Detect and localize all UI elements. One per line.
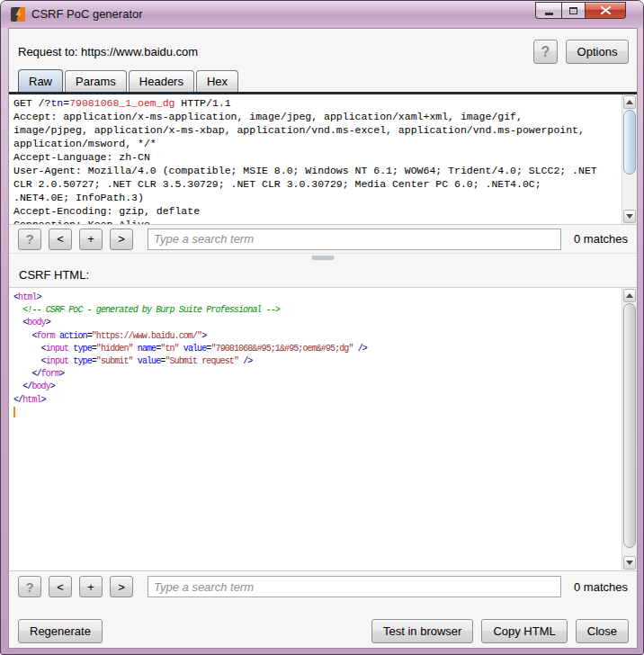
search-prev-button[interactable]: < [49, 229, 72, 250]
text-segment: application/msword, */* [13, 138, 157, 149]
close-window-button[interactable] [586, 2, 626, 19]
text-segment: value [183, 344, 207, 354]
minimize-button[interactable] [535, 2, 561, 19]
search-help-button[interactable]: ? [18, 576, 41, 597]
text-segment [13, 369, 31, 379]
search-prev-button[interactable]: < [49, 576, 72, 597]
csrf-scrollbar[interactable] [622, 288, 637, 570]
code-line: image/pjpeg, application/x-ms-xbap, appl… [13, 123, 617, 137]
text-segment: "submit" [96, 356, 133, 366]
request-text[interactable]: GET /?tn=79081068_1_oem_dg HTTP/1.1Accep… [9, 94, 622, 224]
tab-params[interactable]: Params [65, 70, 127, 92]
text-segment: > [46, 318, 50, 328]
search-help-button[interactable]: ? [18, 229, 41, 250]
text-segment: </ [31, 369, 40, 379]
code-line: <html> [13, 292, 617, 304]
scrollbar-thumb[interactable] [623, 110, 636, 175]
text-segment: > [59, 369, 64, 379]
regenerate-button[interactable]: Regenerate [18, 619, 103, 643]
csrf-html-label: CSRF HTML: [19, 268, 89, 282]
code-line: <input type="hidden" name="tn" value="79… [13, 343, 617, 355]
text-segment: 79081068_1_oem_dg [69, 97, 174, 109]
splitter-grip-icon[interactable] [312, 256, 335, 260]
scroll-down-button[interactable] [623, 556, 636, 570]
search-next-button[interactable]: > [110, 576, 133, 597]
code-line: </form> [13, 368, 617, 381]
request-view-tabs: Raw Params Headers Hex [18, 69, 240, 92]
code-line: CLR 2.0.50727; .NET CLR 3.5.30729; .NET … [13, 177, 617, 191]
text-segment: Connection: Keep-Alive [13, 219, 150, 224]
scroll-down-button[interactable] [623, 210, 636, 223]
code-line: </body> [13, 381, 617, 393]
text-segment: Accept-Encoding: gzip, deflate [13, 205, 200, 217]
code-line: Connection: Keep-Alive [13, 218, 617, 224]
code-line: <!-- CSRF PoC - generated by Burp Suite … [13, 304, 617, 317]
code-line: </html> [13, 394, 617, 407]
search-next-button[interactable]: > [110, 229, 133, 250]
text-segment: "tn" [160, 344, 178, 354]
text-segment: tn [50, 97, 63, 109]
text-segment: name [138, 344, 156, 354]
csrf-html-editor[interactable]: <html> <!-- CSRF PoC - generated by Burp… [9, 287, 637, 571]
burp-app-icon [11, 7, 25, 22]
code-line [13, 407, 617, 419]
arrow-down-icon [626, 561, 633, 565]
window-controls [535, 2, 626, 19]
dialog-body: Request to: https://www.baidu.com ? Opti… [8, 28, 638, 649]
text-segment: input [46, 356, 69, 366]
scroll-up-button[interactable] [623, 95, 636, 109]
scroll-up-button[interactable] [623, 289, 636, 302]
pane-splitter[interactable] [9, 254, 637, 268]
text-segment: "79081068&#95;1&#95;oem&#95;dg" [210, 344, 353, 354]
options-button[interactable]: Options [566, 40, 629, 64]
text-segment: value [138, 356, 161, 366]
search-input[interactable] [148, 576, 561, 597]
code-line: <input type="submit" value="Submit reque… [13, 355, 617, 368]
text-segment: HTTP/1.1 [174, 97, 230, 109]
search-add-button[interactable]: + [79, 576, 103, 597]
maximize-button[interactable] [561, 2, 586, 19]
text-segment: CLR 2.0.50727; .NET CLR 3.5.30729; .NET … [13, 178, 541, 190]
help-button[interactable]: ? [533, 40, 558, 64]
request-editor[interactable]: GET /?tn=79081068_1_oem_dg HTTP/1.1Accep… [9, 94, 637, 225]
text-segment: > [37, 292, 41, 302]
search-input[interactable] [148, 229, 561, 250]
text-segment: "hidden" [96, 344, 133, 354]
text-segment: </ [13, 395, 22, 405]
text-segment: image/pjpeg, application/x-ms-xbap, appl… [13, 124, 585, 136]
text-segment: body [27, 318, 45, 328]
csrf-code-text[interactable]: <html> <!-- CSRF PoC - generated by Burp… [9, 288, 622, 570]
code-line: User-Agent: Mozilla/4.0 (compatible; MSI… [13, 164, 617, 177]
text-segment [13, 318, 22, 328]
close-button[interactable]: Close [576, 619, 629, 643]
text-segment: body [31, 381, 49, 391]
copy-html-button[interactable]: Copy HTML [481, 619, 567, 643]
text-segment: Accept-Language: zh-CN [13, 151, 150, 163]
window-title: CSRF PoC generator [31, 1, 143, 27]
test-in-browser-button[interactable]: Test in browser [371, 619, 473, 643]
tab-hex[interactable]: Hex [196, 70, 238, 92]
match-count: 0 matches [568, 232, 628, 246]
text-segment [13, 305, 22, 315]
code-line: Accept: application/x-ms-application, im… [13, 110, 617, 123]
text-segment: action [59, 331, 87, 341]
tab-headers[interactable]: Headers [129, 70, 194, 92]
scrollbar-thumb[interactable] [623, 303, 636, 548]
text-segment: /> [238, 356, 252, 366]
code-line: Accept-Language: zh-CN [13, 150, 617, 164]
text-segment: type [73, 356, 91, 366]
text-segment: type [73, 344, 91, 354]
search-add-button[interactable]: + [79, 229, 103, 250]
request-scrollbar[interactable] [622, 94, 637, 224]
maximize-icon [569, 7, 577, 14]
match-count: 0 matches [568, 580, 628, 594]
code-line: Accept-Encoding: gzip, deflate [13, 204, 617, 218]
text-segment: Accept: application/x-ms-application, im… [13, 111, 523, 122]
text-segment [13, 356, 41, 366]
csrf-search-bar: ? < + > 0 matches [9, 572, 637, 601]
text-caret [13, 407, 15, 417]
request-to-label: Request to: https://www.baidu.com [18, 45, 198, 58]
tab-raw[interactable]: Raw [18, 69, 63, 92]
titlebar[interactable]: CSRF PoC generator [1, 1, 643, 28]
text-segment: input [46, 344, 69, 354]
